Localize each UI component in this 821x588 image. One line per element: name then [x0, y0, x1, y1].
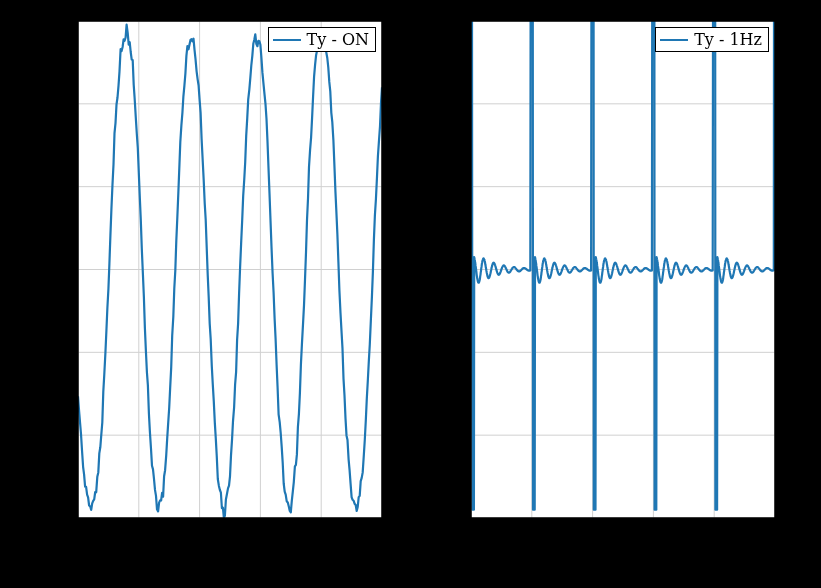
xtick: 0	[466, 522, 477, 543]
xtick: 3	[649, 522, 660, 543]
left-trace	[78, 25, 382, 518]
xtick: 2	[195, 522, 206, 543]
xtick: 5	[770, 522, 781, 543]
xtick: 4	[710, 522, 721, 543]
right-trace	[471, 21, 775, 510]
legend-swatch	[660, 39, 688, 41]
xtick: 3	[256, 522, 267, 543]
ytick: 1.5	[46, 12, 75, 33]
xtick: 4	[316, 522, 327, 543]
ytick: -1	[52, 425, 70, 446]
left-legend: Ty - ON	[268, 27, 376, 52]
right-ylabel: Friction Torque [Nm]	[417, 156, 438, 350]
ytick: 0	[453, 260, 464, 281]
left-xlabel: time [s]	[200, 548, 270, 569]
ytick: 0	[60, 260, 71, 281]
ytick: -1.5	[36, 508, 71, 529]
xtick: 2	[588, 522, 599, 543]
left-legend-label: Ty - ON	[307, 30, 369, 49]
left-plot-svg	[78, 21, 382, 518]
right-plot-svg	[471, 21, 775, 518]
xtick: 5	[377, 522, 388, 543]
ytick: 1	[60, 94, 71, 115]
legend-swatch	[273, 39, 301, 41]
right-plot: Ty - 1Hz	[471, 21, 775, 518]
ytick: 0.5	[46, 177, 75, 198]
ytick: -1	[445, 425, 463, 446]
ytick: 0.5	[439, 177, 468, 198]
right-legend: Ty - 1Hz	[655, 27, 769, 52]
right-legend-label: Ty - 1Hz	[694, 30, 762, 49]
ytick: 1.5	[439, 12, 468, 33]
ytick: -1.5	[429, 508, 464, 529]
xtick: 1	[527, 522, 538, 543]
ytick: 1	[453, 94, 464, 115]
xtick: 1	[134, 522, 145, 543]
right-xlabel: time [s]	[593, 548, 663, 569]
xtick: 0	[73, 522, 84, 543]
left-ylabel: Friction Torque [Nm]	[24, 156, 45, 350]
left-plot: Ty - ON	[78, 21, 382, 518]
